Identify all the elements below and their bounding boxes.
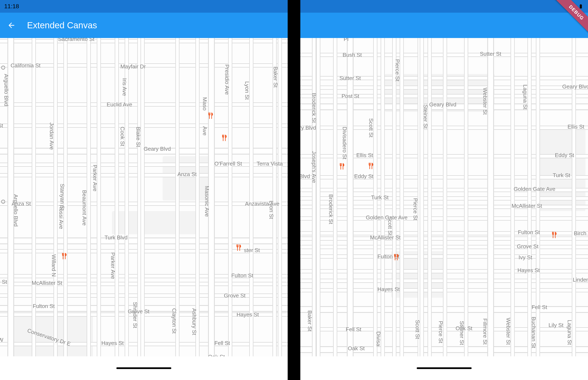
street-label: St — [0, 122, 3, 129]
restaurant-icon — [337, 163, 345, 170]
map-pane-right[interactable]: PiBush StSutter StSutter StPost StGeary … — [300, 38, 588, 356]
street-label: ry Blvd — [300, 125, 316, 131]
app-title: Extended Canvas — [27, 20, 97, 30]
restaurant-marker[interactable] — [337, 163, 345, 170]
street-label: Ellis St — [356, 152, 373, 159]
arrow-back-icon — [7, 21, 16, 30]
restaurant-marker[interactable] — [392, 253, 399, 261]
street-label: Mayfair Dr — [120, 63, 146, 70]
restaurant-icon — [234, 244, 242, 251]
street-label: Rossi Ave — [58, 205, 64, 229]
street-label: Golden Gate Ave — [514, 186, 555, 192]
street-label: Cook St — [119, 127, 126, 146]
restaurant-icon — [206, 112, 214, 119]
street-label: Oak St — [348, 345, 365, 352]
street-label: ster St — [244, 247, 260, 254]
road-v-webster — [487, 38, 494, 356]
street-label: Pi — [344, 38, 349, 42]
street-label: Geary Blvd — [429, 101, 456, 108]
street-label: O — [0, 199, 6, 204]
street-label: Grove St — [224, 292, 246, 299]
street-label: Fell St — [532, 304, 547, 311]
street-label: Parker Ave — [92, 165, 98, 191]
street-label: Iris Ave — [121, 78, 128, 96]
map-pane-left[interactable]: Sacramento StCalifornia StMayfair DrEucl… — [0, 38, 288, 356]
restaurant-marker[interactable] — [220, 134, 227, 142]
restaurant-icon — [220, 134, 227, 142]
street-label: California St — [11, 62, 40, 69]
street-label: Broderick St — [328, 194, 334, 224]
street-label: Pierce St — [437, 321, 444, 343]
street-label: Parker Ave — [110, 252, 116, 279]
road-v — [420, 38, 424, 356]
restaurant-icon — [549, 231, 557, 239]
street-label: Terra Vista — [257, 160, 283, 167]
street-label: r W — [0, 337, 3, 343]
street-label: Post St — [342, 93, 359, 99]
street-label: Sutter St — [339, 75, 361, 81]
street-label: Maso — [201, 97, 208, 111]
restaurant-marker[interactable] — [549, 231, 557, 239]
street-label: Webster St — [482, 88, 488, 115]
back-button[interactable] — [6, 20, 17, 30]
street-label: Lyon St — [268, 201, 274, 219]
road-v — [312, 38, 316, 356]
street-label: Fulton St — [33, 303, 55, 309]
road-v — [464, 38, 468, 356]
street-label: Buchanan St — [530, 317, 537, 348]
street-label: Fulton St — [231, 272, 253, 279]
street-label: Turk St — [371, 194, 389, 201]
street-label: Willard N — [50, 254, 57, 277]
restaurant-marker[interactable] — [206, 112, 214, 119]
street-label: Pierce St — [394, 59, 401, 81]
street-label: Ashbury St — [191, 308, 197, 335]
hinge-bar — [288, 0, 300, 380]
restaurant-icon — [366, 162, 374, 170]
nav-handle-icon[interactable] — [116, 367, 171, 369]
street-label: Divisa — [375, 331, 382, 346]
street-label: Turk Blvd — [105, 234, 128, 241]
street-label: Geary Blvd — [144, 146, 171, 152]
street-label: Steiner St — [422, 105, 429, 129]
street-label: Blake St — [135, 127, 141, 147]
street-label: Scott St — [387, 216, 393, 236]
street-label: Birch St — [574, 230, 588, 237]
street-label: Baker St — [306, 310, 313, 331]
road-v-divisadero — [347, 38, 353, 356]
road-v — [400, 38, 404, 356]
street-label: Sacramento St — [58, 38, 94, 42]
street-label: Webster St — [505, 318, 511, 345]
street-label: Grove St — [517, 243, 539, 250]
street-label: Divisadero St — [341, 127, 348, 159]
street-label: Eddy St — [354, 173, 373, 180]
street-label: Steiner St — [459, 321, 465, 345]
street-label: illo St — [0, 279, 7, 285]
nav-handle-icon[interactable] — [417, 367, 472, 369]
street-label: Ivy St — [519, 254, 532, 261]
street-label: Fillmore St — [482, 318, 488, 344]
street-label: Masonic Ave — [204, 186, 210, 217]
street-label: Anza St — [177, 171, 197, 178]
restaurant-marker[interactable] — [234, 244, 242, 251]
street-label: Grove St — [128, 308, 150, 315]
street-label: Jordan Ave — [48, 122, 55, 150]
street-label: O — [0, 65, 6, 70]
street-label: Sutter St — [480, 51, 501, 57]
street-label: Hayes St — [101, 340, 124, 346]
street-label: Turk St — [553, 172, 570, 179]
street-label: Eddy St — [555, 152, 574, 159]
street-label: Clayton St — [171, 308, 177, 334]
restaurant-icon — [392, 253, 399, 261]
street-label: Scott St — [414, 320, 421, 339]
road-v — [510, 38, 515, 356]
street-label: Scott St — [368, 118, 374, 137]
restaurant-marker[interactable] — [366, 162, 374, 170]
street-label: Pierce St — [412, 198, 419, 220]
street-label: Fell St — [214, 340, 230, 346]
restaurant-marker[interactable] — [59, 252, 67, 260]
street-label: Broderick St — [311, 93, 317, 123]
system-nav-bar-left — [0, 356, 288, 380]
street-label: Hayes St — [236, 311, 259, 318]
street-label: O'Farrell St — [214, 160, 242, 167]
road-v — [316, 38, 320, 356]
